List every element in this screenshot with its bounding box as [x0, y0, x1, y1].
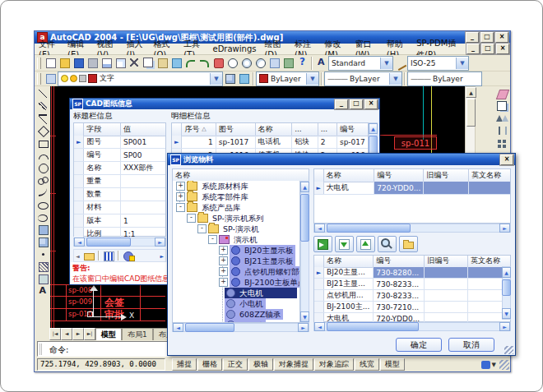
table-row[interactable]: 数量: [74, 188, 165, 201]
code-column-header[interactable]: 编号: [374, 169, 424, 182]
toolbar-grip[interactable]: [37, 58, 41, 69]
browse-dialog-titlebar[interactable]: SP 浏览物料 ×: [168, 154, 515, 165]
value-column-header[interactable]: 值: [121, 123, 165, 136]
dots-column-header[interactable]: ...: [292, 123, 318, 136]
overflow-left-icon[interactable]: ◄: [76, 253, 80, 259]
tree-hscrollbar[interactable]: ◄ ►: [172, 323, 309, 332]
scroll-left-icon[interactable]: ◄: [74, 238, 85, 247]
layer-combobox[interactable]: 文字 ▼: [58, 71, 223, 86]
field-cell[interactable]: 重量: [84, 175, 121, 187]
value-cell[interactable]: [121, 188, 165, 201]
tree-item[interactable]: -SP-演示机系列: [183, 213, 266, 224]
scroll-up-icon[interactable]: ▲: [502, 267, 511, 278]
value-cell[interactable]: [121, 201, 165, 214]
rectangle-icon[interactable]: [36, 137, 50, 150]
tree-item-label[interactable]: 系统产品库: [199, 202, 244, 213]
open-icon[interactable]: [58, 57, 72, 69]
dots-column-header[interactable]: ...: [318, 123, 337, 136]
ok-button[interactable]: 确定: [396, 338, 442, 352]
maximize-icon[interactable]: □: [350, 99, 363, 109]
name-cell[interactable]: 电话机: [256, 136, 293, 148]
ellipse-icon[interactable]: [36, 199, 50, 211]
tab-next-icon[interactable]: ►: [72, 328, 84, 340]
mdi-restore-icon[interactable]: □: [481, 44, 494, 54]
field-cell[interactable]: 名称: [84, 162, 121, 174]
chevron-down-icon[interactable]: ▼: [306, 73, 318, 85]
toggle-model[interactable]: 模型: [380, 358, 405, 371]
table-row[interactable]: 编号 SP00: [74, 149, 165, 162]
tree-item-label[interactable]: SP-演示机系列: [210, 213, 266, 224]
chevron-down-icon[interactable]: ▼: [389, 73, 401, 85]
copy-object-icon[interactable]: [495, 100, 509, 113]
spell-icon[interactable]: [114, 57, 128, 69]
en-name-cell[interactable]: [469, 182, 510, 194]
polygon-icon[interactable]: [36, 125, 50, 137]
help-icon[interactable]: [295, 57, 309, 69]
command-grip[interactable]: [39, 344, 42, 355]
scroll-thumb[interactable]: [327, 224, 411, 233]
maximize-icon[interactable]: □: [480, 32, 494, 43]
make-layer-icon[interactable]: [223, 72, 237, 85]
mdi-close-icon[interactable]: ×: [496, 44, 509, 54]
designcenter-icon[interactable]: [281, 57, 295, 69]
code-cell[interactable]: 730-8233...: [374, 290, 425, 301]
tab-model[interactable]: 模型: [95, 328, 122, 340]
copy-icon[interactable]: [142, 57, 155, 69]
title-block-hscrollbar[interactable]: ◄ ►: [73, 238, 166, 247]
tree-item-label[interactable]: BJ20主显示板: [242, 245, 295, 256]
chevron-down-icon[interactable]: ▼: [380, 58, 392, 69]
spline-icon[interactable]: [36, 187, 50, 199]
expand-icon[interactable]: +: [219, 246, 228, 255]
scroll-up-icon[interactable]: ▲: [369, 123, 378, 134]
cut-icon[interactable]: [128, 57, 142, 69]
toolbar-grip[interactable]: [37, 73, 41, 85]
properties-icon[interactable]: [267, 57, 281, 69]
command-prompt[interactable]: 命令:: [49, 344, 68, 356]
table-row[interactable]: BJ-2100主... 730-7210...: [314, 302, 510, 313]
table-row[interactable]: 点钞机用... 730-8233...: [314, 290, 510, 302]
coordinates-readout[interactable]: 725.1794, 429.8903, 0.0000: [37, 358, 165, 371]
tree-item-label[interactable]: 大电机: [237, 288, 266, 298]
scroll-thumb[interactable]: [466, 99, 476, 127]
old-code-cell[interactable]: [424, 182, 469, 194]
chevron-down-icon[interactable]: ▼: [456, 58, 468, 69]
plot-icon[interactable]: [86, 57, 100, 69]
overflow-right-icon[interactable]: ►: [160, 253, 164, 259]
tree-item-label[interactable]: 系统原材料库: [199, 181, 251, 191]
collapse-icon[interactable]: -: [197, 224, 207, 233]
zoom-realtime-icon[interactable]: [225, 57, 239, 69]
status-menu-icon[interactable]: ▼: [492, 362, 496, 368]
move-up-icon[interactable]: [356, 236, 375, 252]
preview-icon[interactable]: [100, 57, 114, 69]
code-column-header[interactable]: 编号: [337, 123, 368, 136]
menu-edrawings[interactable]: eDrawings: [209, 44, 261, 53]
dim-style-combobox[interactable]: ISO-25 ▼: [407, 56, 469, 71]
field-cell[interactable]: 编号: [84, 149, 121, 161]
value-cell[interactable]: SP00: [121, 149, 165, 161]
redo-icon[interactable]: [197, 57, 211, 69]
result-table-vscrollbar[interactable]: ▲ ▼: [502, 266, 511, 320]
new-icon[interactable]: [44, 57, 58, 69]
tab-prev-icon[interactable]: ◄: [61, 328, 72, 340]
en-name-column-header[interactable]: 英文名称: [469, 169, 510, 182]
toggle-polar[interactable]: 极轴: [248, 358, 273, 371]
field-column-header[interactable]: 字段: [84, 123, 121, 136]
scroll-thumb[interactable]: [502, 279, 511, 296]
scroll-right-icon[interactable]: ►: [499, 224, 510, 233]
arc-icon[interactable]: [36, 150, 50, 162]
tree-item[interactable]: 608ZZ轴承: [225, 309, 283, 320]
scroll-up-icon[interactable]: ▲: [300, 182, 309, 192]
tree-item-label[interactable]: 点钞机用螺钉部件: [242, 266, 300, 277]
toggle-otrack[interactable]: 对象追踪: [314, 358, 354, 371]
code-cell[interactable]: 730-7210...: [374, 302, 425, 312]
tree-item[interactable]: +系统零部件库: [173, 191, 251, 202]
old-code-column-header[interactable]: 旧编号: [425, 256, 468, 268]
expand-icon[interactable]: +: [219, 256, 228, 265]
chevron-down-icon[interactable]: ▼: [210, 73, 222, 85]
text-style-combobox[interactable]: Standard ▼: [328, 56, 393, 71]
scroll-thumb[interactable]: [327, 322, 419, 331]
tree-name-column-header[interactable]: 名称: [173, 169, 309, 182]
scroll-left-icon[interactable]: ◄: [173, 323, 183, 332]
communication-center-icon[interactable]: [481, 361, 490, 369]
result-table-hscrollbar[interactable]: ◄ ►: [313, 322, 511, 331]
